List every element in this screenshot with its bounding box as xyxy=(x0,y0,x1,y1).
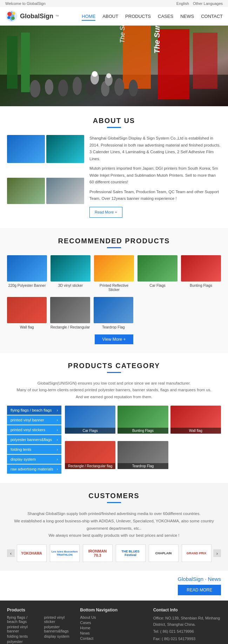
footer-col-nav: Bottom Navigation About Us Cases Home Ne… xyxy=(80,608,148,644)
footer-link-polyester[interactable]: polyester banners&flags xyxy=(7,639,39,644)
nav-cases[interactable]: CASES xyxy=(158,12,173,21)
welcome-text: Welcome to GlobalSign xyxy=(5,1,46,6)
about-img-3 xyxy=(7,178,45,204)
product-item-8[interactable]: Teardrop Flag xyxy=(94,297,133,329)
footer-link-vinyl-sticker[interactable]: printed vinyl sticker xyxy=(44,615,75,624)
language-links: English Other Languages xyxy=(176,1,223,6)
footer-link-printed-vinyl[interactable]: printed vinyl banner xyxy=(7,625,39,633)
customers-desc-1: Shanghai GlobalSign supply both printed/… xyxy=(7,510,221,517)
logo[interactable]: GlobalSign ™ xyxy=(5,10,59,22)
nav-news[interactable]: NEWS xyxy=(180,12,194,21)
sidebar-arrow-5: › xyxy=(57,448,58,452)
product-img-2 xyxy=(51,255,90,282)
view-more-button[interactable]: View More + xyxy=(95,334,133,344)
category-title: PRODUCTS CATEGORY xyxy=(7,362,221,370)
product-item-1[interactable]: 220g Polyester Banner xyxy=(7,255,47,292)
product-img-1 xyxy=(7,255,47,282)
svg-point-25 xyxy=(106,73,111,78)
customers-desc-3: We always ensure best quality products w… xyxy=(7,532,221,539)
footer-nav-home[interactable]: Home xyxy=(80,626,148,630)
slider-next-arrow[interactable]: › xyxy=(213,549,221,557)
slider-prev-arrow[interactable]: ‹ xyxy=(7,549,15,557)
read-more-btn[interactable]: Read More + xyxy=(89,207,122,218)
about-divider xyxy=(107,127,121,128)
product-item-3[interactable]: Printed Reflective Sticker xyxy=(94,255,134,292)
footer-tel: Tel: ( 86) 021 54179996 xyxy=(153,629,221,635)
news-title: GlobalSign · News xyxy=(178,576,221,582)
sidebar-item-vinyl-stickers[interactable]: printed vinyl stickers › xyxy=(7,425,61,434)
lang-other[interactable]: Other Languages xyxy=(193,1,223,6)
footer-nav-contact[interactable]: Contact xyxy=(80,636,148,640)
sidebar-label-1: flying flags / beach flags xyxy=(11,408,52,412)
svg-point-20 xyxy=(114,78,124,96)
news-section: GlobalSign · News READ MORE xyxy=(0,571,228,601)
nav-home[interactable]: HOME xyxy=(82,12,95,21)
product-item-7[interactable]: Rectangle / Rectangular xyxy=(50,297,90,329)
sidebar-item-printed-vinyl[interactable]: printed vinyl banner › xyxy=(7,415,61,425)
svg-rect-12 xyxy=(7,36,18,89)
product-item-4[interactable]: Car Flags xyxy=(138,255,177,292)
cat-img-bunting-flags[interactable]: Bunting Flags xyxy=(118,406,168,434)
sidebar-arrow-2: › xyxy=(57,418,58,422)
about-images xyxy=(7,135,84,218)
product-label-5: Bunting Flags xyxy=(181,283,221,287)
customer-logo-grandprix: GRAND PRIX xyxy=(182,544,212,562)
category-layout: flying flags / beach flags › printed vin… xyxy=(7,406,221,474)
sidebar-arrow-1: › xyxy=(57,408,58,412)
svg-point-16 xyxy=(58,80,68,96)
product-item-6[interactable]: Wall flag xyxy=(7,297,47,329)
nav-about[interactable]: ABOUT xyxy=(102,12,118,21)
product-item-5[interactable]: Bunting Flags xyxy=(181,255,221,292)
sidebar-item-raw-materials[interactable]: raw advertising materials › xyxy=(7,465,61,474)
news-title-text: GlobalSign · xyxy=(178,576,208,582)
recommended-title: RECOMMENDED PRODUCTS xyxy=(7,237,221,245)
footer-address: Office: NO.139, Shenbian Rd, Minhang Dis… xyxy=(153,615,221,628)
view-more-wrapper: View More + xyxy=(7,334,221,344)
sidebar-item-folding-tents[interactable]: folding tents › xyxy=(7,445,61,454)
product-img-5 xyxy=(181,255,221,282)
footer-col-contact: Contact Info Office: NO.139, Shenbian Rd… xyxy=(153,608,221,644)
hero-banner: The Sun The Su xyxy=(0,26,228,106)
customers-section: CUSTOMERS Shanghai GlobalSign supply bot… xyxy=(0,483,228,571)
product-img-8 xyxy=(94,297,133,323)
cat-img-wall-flag[interactable]: Wall flag xyxy=(170,406,221,434)
hero-svg: The Sun The Su xyxy=(0,26,228,106)
product-item-2[interactable]: 3D vinyl sticker xyxy=(51,255,90,292)
sidebar-item-flying-flags[interactable]: flying flags / beach flags › xyxy=(7,406,61,415)
product-label-2: 3D vinyl sticker xyxy=(51,283,90,287)
sidebar-item-display[interactable]: display system › xyxy=(7,455,61,464)
footer-nav-cases[interactable]: Cases xyxy=(80,621,148,625)
news-read-more-button[interactable]: READ MORE xyxy=(178,585,221,595)
nav-contact[interactable]: CONTACT xyxy=(201,12,223,21)
lang-english[interactable]: English xyxy=(176,1,189,6)
nav-products[interactable]: PRODUCTS xyxy=(125,12,151,21)
customers-divider xyxy=(107,502,121,503)
sidebar-item-polyester[interactable]: polyester banners&flags › xyxy=(7,435,61,444)
cat-label-5: Teardrop Flag xyxy=(118,463,168,469)
sidebar-label-7: raw advertising materials xyxy=(11,467,53,471)
sidebar-label-5: folding tents xyxy=(11,447,31,452)
products-grid-row1: 220g Polyester Banner 3D vinyl sticker P… xyxy=(7,255,221,292)
footer-link-display[interactable]: display system xyxy=(44,634,75,638)
footer-link-folding-tents[interactable]: folding tents xyxy=(7,634,39,638)
svg-rect-13 xyxy=(21,33,30,92)
product-label-1: 220g Polyester Banner xyxy=(7,283,47,287)
recommended-products-section: RECOMMENDED PRODUCTS 220g Polyester Bann… xyxy=(0,228,228,353)
cat-img-car-flags[interactable]: Car Flags xyxy=(65,406,115,434)
product-img-3 xyxy=(94,255,134,282)
sidebar-label-4: polyester banners&flags xyxy=(11,438,52,442)
footer-nav-about[interactable]: About Us xyxy=(80,615,148,619)
footer-nav-title: Bottom Navigation xyxy=(80,608,148,612)
about-title: ABOUT US xyxy=(7,117,221,125)
footer-products-col1: flying flags / beach flags printed vinyl… xyxy=(7,615,39,644)
footer-link-polyester2[interactable]: polyester banners&flags xyxy=(44,625,75,633)
about-p2: Mutoh printers imported from Japan; DGI … xyxy=(89,165,221,186)
cat-label-4: Rectangle / Rectangular flag xyxy=(65,463,115,469)
sidebar-label-2: printed vinyl banner xyxy=(11,418,44,422)
top-bar: Welcome to GlobalSign English Other Lang… xyxy=(0,0,228,7)
footer-nav-news[interactable]: News xyxy=(80,631,148,635)
cat-img-teardrop[interactable]: Teardrop Flag xyxy=(118,441,168,469)
cat-img-rectangle[interactable]: Rectangle / Rectangular flag xyxy=(65,441,115,469)
footer-link-flying-flags[interactable]: flying flags / beach flags xyxy=(7,615,39,624)
product-label-8: Teardrop Flag xyxy=(94,325,133,329)
